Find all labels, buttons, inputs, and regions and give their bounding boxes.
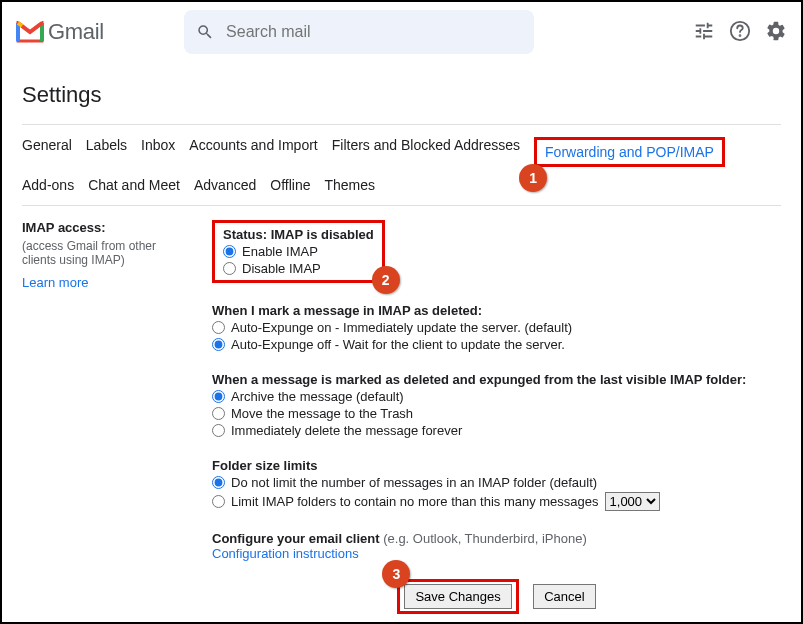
settings-tabs: General Labels Inbox Accounts and Import… — [22, 131, 781, 199]
radio-no-limit-input[interactable] — [212, 476, 225, 489]
page-title: Settings — [22, 72, 781, 124]
limit-select[interactable]: 1,000 — [605, 492, 660, 511]
configuration-link[interactable]: Configuration instructions — [212, 546, 781, 561]
radio-expunge-off-label: Auto-Expunge off - Wait for the client t… — [231, 337, 565, 352]
radio-disable-label: Disable IMAP — [242, 261, 321, 276]
tab-labels[interactable]: Labels — [86, 137, 127, 167]
radio-expunge-on-label: Auto-Expunge on - Immediately update the… — [231, 320, 572, 335]
app-name: Gmail — [48, 19, 104, 45]
tab-chat[interactable]: Chat and Meet — [88, 177, 180, 193]
configure-title: Configure your email client — [212, 531, 380, 546]
radio-enable-imap[interactable]: Enable IMAP — [223, 244, 374, 259]
imap-access-title: IMAP access: — [22, 220, 182, 235]
radio-trash-label: Move the message to the Trash — [231, 406, 413, 421]
cancel-button[interactable]: Cancel — [533, 584, 595, 609]
radio-no-limit-label: Do not limit the number of messages in a… — [231, 475, 597, 490]
tab-themes[interactable]: Themes — [325, 177, 376, 193]
radio-archive[interactable]: Archive the message (default) — [212, 389, 781, 404]
gear-icon[interactable] — [765, 20, 787, 45]
radio-delete-input[interactable] — [212, 424, 225, 437]
radio-expunge-off-input[interactable] — [212, 338, 225, 351]
tab-addons[interactable]: Add-ons — [22, 177, 74, 193]
tab-filters[interactable]: Filters and Blocked Addresses — [332, 137, 520, 167]
callout-2-badge: 2 — [372, 266, 400, 294]
expunged-title: When a message is marked as deleted and … — [212, 372, 781, 387]
gmail-logo: Gmail — [16, 19, 104, 45]
radio-expunge-on[interactable]: Auto-Expunge on - Immediately update the… — [212, 320, 781, 335]
svg-point-1 — [740, 35, 741, 36]
radio-no-limit[interactable]: Do not limit the number of messages in a… — [212, 475, 781, 490]
radio-disable-imap-input[interactable] — [223, 262, 236, 275]
radio-enable-label: Enable IMAP — [242, 244, 318, 259]
tab-forwarding[interactable]: Forwarding and POP/IMAP — [545, 144, 714, 160]
radio-limit-label: Limit IMAP folders to contain no more th… — [231, 494, 599, 509]
radio-delete-label: Immediately delete the message forever — [231, 423, 462, 438]
callout-3-box: Save Changes 3 — [397, 579, 518, 614]
deleted-title: When I mark a message in IMAP as deleted… — [212, 303, 781, 318]
radio-expunge-off[interactable]: Auto-Expunge off - Wait for the client t… — [212, 337, 781, 352]
search-icon — [196, 22, 214, 42]
gmail-icon — [16, 21, 44, 43]
search-bar[interactable] — [184, 10, 534, 54]
help-icon[interactable] — [729, 20, 751, 45]
callout-1-badge: 1 — [519, 164, 547, 192]
radio-limit-input[interactable] — [212, 495, 225, 508]
radio-expunge-on-input[interactable] — [212, 321, 225, 334]
radio-disable-imap[interactable]: Disable IMAP — [223, 261, 374, 276]
top-bar: Gmail — [2, 2, 801, 62]
search-input[interactable] — [226, 23, 522, 41]
tab-advanced[interactable]: Advanced — [194, 177, 256, 193]
tab-inbox[interactable]: Inbox — [141, 137, 175, 167]
radio-limit[interactable]: Limit IMAP folders to contain no more th… — [212, 492, 781, 511]
callout-2-box: Status: IMAP is disabled Enable IMAP Dis… — [212, 220, 385, 283]
save-button[interactable]: Save Changes — [404, 584, 511, 609]
callout-1-box: Forwarding and POP/IMAP 1 — [534, 137, 725, 167]
radio-trash[interactable]: Move the message to the Trash — [212, 406, 781, 421]
imap-access-sub: (access Gmail from other clients using I… — [22, 239, 182, 267]
imap-status-title: Status: IMAP is disabled — [223, 227, 374, 242]
tab-offline[interactable]: Offline — [270, 177, 310, 193]
tune-icon[interactable] — [693, 20, 715, 45]
configure-sub: (e.g. Outlook, Thunderbird, iPhone) — [380, 531, 587, 546]
tab-general[interactable]: General — [22, 137, 72, 167]
learn-more-link[interactable]: Learn more — [22, 275, 182, 290]
folder-limits-title: Folder size limits — [212, 458, 781, 473]
radio-enable-imap-input[interactable] — [223, 245, 236, 258]
radio-archive-input[interactable] — [212, 390, 225, 403]
radio-trash-input[interactable] — [212, 407, 225, 420]
tab-accounts[interactable]: Accounts and Import — [189, 137, 317, 167]
radio-archive-label: Archive the message (default) — [231, 389, 404, 404]
radio-delete-forever[interactable]: Immediately delete the message forever — [212, 423, 781, 438]
